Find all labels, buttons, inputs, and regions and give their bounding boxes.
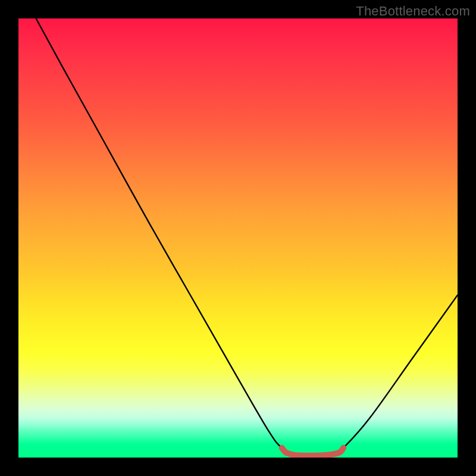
chart-frame: TheBottleneck.com (0, 0, 476, 476)
attribution-text: TheBottleneck.com (356, 4, 470, 19)
plot-area (18, 18, 458, 458)
bottleneck-curve (36, 18, 458, 455)
curve-layer (18, 18, 458, 458)
optimal-band-marker (282, 448, 343, 456)
